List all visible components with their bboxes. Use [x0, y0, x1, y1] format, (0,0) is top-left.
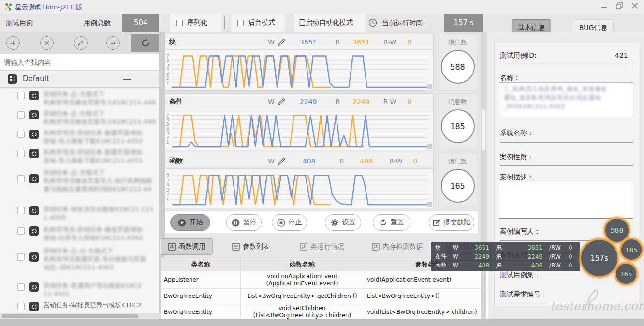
- chart-header: 块 W 3651 R 3651 R-W 0: [165, 34, 433, 50]
- scrollbar-thumb[interactable]: [2, 314, 138, 318]
- name-value-box[interactable]: 三_机构员工信息查询_修改_发送修改 通知_发送私有消息等后台消息通知 _001…: [499, 82, 633, 117]
- tree-root-label: Default: [23, 74, 49, 83]
- w-label: W: [268, 98, 275, 105]
- list-item[interactable]: 营销任务-审批员导出模板K18C21 С211-4500: [0, 205, 160, 222]
- stat-bubble-runtime[interactable]: 157s: [580, 238, 619, 278]
- chart-title: 条件: [169, 97, 183, 106]
- collapse-icon[interactable]: [122, 78, 131, 80]
- item-checkbox[interactable]: [17, 131, 25, 138]
- list-item[interactable]: 营销任务-审批员登导出模板K18C2: [0, 301, 160, 311]
- message-count-panel: 消息数 185: [438, 93, 478, 150]
- scrollbar-thumb[interactable]: [482, 109, 485, 150]
- chart-header: 条件 W 2249 R 2249 R-W 0: [165, 94, 433, 109]
- serialize-group: 序列化: [170, 14, 222, 32]
- case-desc-label: 案例描述：: [500, 173, 534, 182]
- item-checkbox[interactable]: [17, 207, 25, 214]
- r-label: R: [335, 98, 340, 105]
- w-value: 2249: [300, 98, 317, 105]
- reset-button[interactable]: 重置: [373, 214, 410, 231]
- sync-icon: [29, 206, 39, 215]
- pencil-icon[interactable]: [277, 37, 287, 47]
- tree-root-default[interactable]: Default: [0, 71, 165, 88]
- minimize-button[interactable]: [601, 4, 608, 9]
- pencil-icon[interactable]: [277, 96, 287, 107]
- testcase-id-label: 测试用例ID:: [500, 51, 537, 60]
- list-item[interactable]: 营销任务-普通用户导出模板K18C211-4501: [0, 282, 160, 298]
- rw-label: R-W: [383, 38, 397, 46]
- refresh-icon: [140, 38, 151, 48]
- delete-case-button[interactable]: [40, 36, 54, 50]
- watermark: testerhome.com: [550, 299, 644, 313]
- list-item[interactable]: 机构管理员-营销任务-修改页面增加按钮-出库导入按钮K18C211-4362: [0, 225, 160, 242]
- item-checkbox[interactable]: [17, 175, 25, 182]
- r-label: R: [335, 38, 340, 46]
- field-underline: [500, 283, 633, 283]
- header-bar: 测试用例 用例总数 504 序列化 后台模式 已启动自动化模式 当前运行时间 1…: [0, 14, 644, 32]
- stat-bubble-condition[interactable]: 185: [620, 238, 643, 261]
- sync-icon: [29, 226, 39, 236]
- pencil-icon[interactable]: [277, 156, 287, 166]
- item-checkbox[interactable]: [17, 150, 25, 157]
- field-underline: [500, 142, 633, 143]
- name-label: 名称：: [500, 74, 520, 82]
- stop-button[interactable]: 停止: [272, 214, 307, 231]
- edit-case-button[interactable]: [74, 36, 88, 50]
- sync-icon: [29, 282, 39, 292]
- chart-scroll-nub[interactable]: [427, 84, 432, 89]
- main-vertical-scrollbar[interactable]: [481, 32, 486, 319]
- pause-button[interactable]: 暂停: [226, 214, 262, 231]
- export-case-button[interactable]: [106, 36, 120, 50]
- case-desc-textarea[interactable]: [499, 182, 633, 219]
- restore-button[interactable]: [616, 2, 623, 9]
- serialize-checkbox[interactable]: [176, 20, 183, 26]
- stat-bubble-function[interactable]: 165: [615, 262, 638, 285]
- table-row[interactable]: BwOrgTreeEntity List<BwOrgTreeEntity> ge…: [161, 289, 492, 304]
- item-checkbox[interactable]: [17, 111, 25, 119]
- title-bar: 星云测试 Horn-J2EE 版: [0, 0, 644, 14]
- message-count-panel: 消息数 165: [438, 153, 478, 208]
- sync-icon: [29, 149, 39, 158]
- search-input[interactable]: [0, 54, 160, 70]
- column-header[interactable]: 函数名称: [241, 258, 364, 271]
- sync-icon: [29, 91, 39, 100]
- item-checkbox[interactable]: [17, 303, 25, 310]
- bottom-strip: [0, 319, 644, 326]
- add-case-button[interactable]: [6, 36, 20, 50]
- chart-scroll-nub[interactable]: [427, 144, 432, 149]
- svg-text:6: 6: [166, 173, 169, 178]
- close-button[interactable]: [631, 2, 638, 9]
- background-mode-checkbox[interactable]: [237, 20, 244, 26]
- chart-scroll-nub[interactable]: [427, 202, 432, 207]
- message-count-badge: 588: [441, 50, 475, 84]
- total-cases-label: 用例总数: [84, 19, 111, 28]
- app-title: 星云测试 Horn-J2EE 版: [15, 3, 82, 12]
- r-value: 2249: [352, 98, 370, 105]
- item-checkbox[interactable]: [17, 227, 25, 235]
- tab-function-call[interactable]: 函数调用: [161, 238, 213, 255]
- list-item[interactable]: 营销任务-总-主模式下机构管理员修改页面导入K18C211-449.: [0, 90, 160, 106]
- list-item[interactable]: 机构管理员-营销任务-新建页面增加按钮-导入模板下载K18C211-4351: [0, 148, 160, 164]
- item-checkbox[interactable]: [17, 283, 25, 291]
- list-item[interactable]: 机构管理员-营销任务-新建页面增加按钮-导入模板下载K18C211-4352: [0, 129, 160, 145]
- item-checkbox[interactable]: [17, 253, 25, 261]
- column-header[interactable]: 类名称: [161, 258, 241, 271]
- tab-memory-data[interactable]: 内存检测数据: [372, 238, 423, 255]
- table-row[interactable]: BwOrgTreeEntity void setChildren (List<B…: [161, 304, 492, 320]
- refresh-button[interactable]: [131, 34, 161, 52]
- auto-mode-label: 已启动自动化模式: [299, 18, 353, 27]
- group-icon: [8, 74, 17, 84]
- list-item[interactable]: 营销任务-总-主模式下机构管理员修改页面导入-执行机构指标量与指标总量查询时间段…: [0, 168, 160, 193]
- sidebar-horizontal-scrollbar[interactable]: [0, 313, 165, 319]
- sidebar-toolbar: [0, 32, 165, 54]
- chart-title: 函数: [169, 157, 183, 165]
- list-item[interactable]: 营销任务-总-主模式下机构管理员修改页面导入K18C211-449.: [0, 109, 160, 126]
- list-item[interactable]: 营销任务-总-分-主模式下机构管理员新建页面-导出模板与页面信息--回K18C2…: [0, 247, 160, 271]
- item-checkbox[interactable]: [17, 92, 25, 99]
- tab-param-list[interactable]: 参数列表: [232, 238, 270, 255]
- start-button[interactable]: 开始: [170, 214, 210, 231]
- submit-defect-button[interactable]: 提交缺陷: [429, 214, 474, 231]
- table-row[interactable]: AppListener void onApplicationEvent (App…: [161, 271, 492, 289]
- tab-class-run[interactable]: 类运行情况: [300, 238, 344, 255]
- runtime-label: 当前运行时间: [382, 19, 423, 28]
- settings-button[interactable]: 设置: [325, 214, 361, 231]
